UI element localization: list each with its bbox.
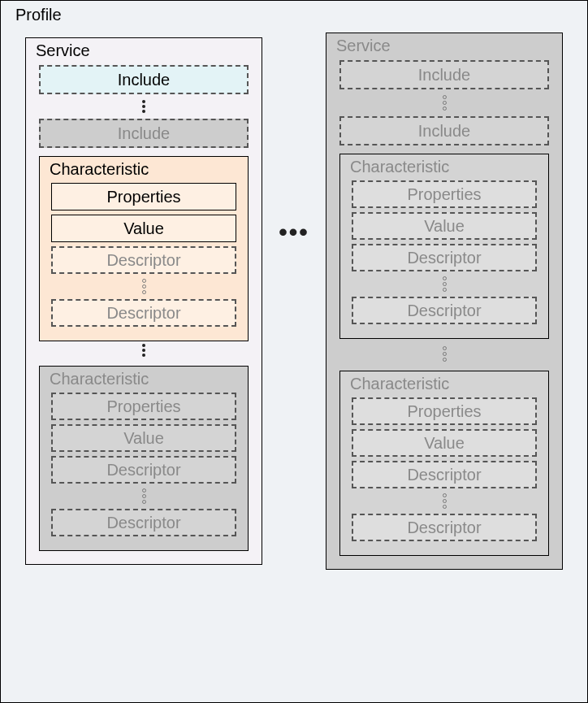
descriptor-box: Descriptor: [51, 246, 236, 274]
vertical-circles-icon: [339, 94, 549, 111]
characteristic-title: Characteristic: [50, 160, 236, 179]
characteristic-box-muted: Characteristic Properties Value Descript…: [339, 371, 549, 556]
vertical-dots-icon: [39, 99, 249, 114]
include-box-active: Include: [39, 65, 249, 94]
descriptor-box: Descriptor: [51, 299, 236, 327]
vertical-circles-icon: [51, 488, 236, 505]
value-box-muted: Value: [51, 424, 236, 452]
characteristic-box-muted: Characteristic Properties Value Descript…: [339, 154, 549, 339]
characteristic-box-muted: Characteristic Properties Value Descript…: [39, 366, 249, 551]
characteristic-title: Characteristic: [350, 375, 537, 393]
descriptor-box: Descriptor: [51, 456, 236, 484]
properties-box-muted: Properties: [352, 397, 537, 425]
vertical-circles-icon: [339, 345, 549, 362]
vertical-circles-icon: [352, 493, 537, 510]
properties-box-muted: Properties: [352, 180, 537, 208]
vertical-dots-icon: [39, 343, 249, 358]
service-column-left: Service Include Include Characteristic P…: [25, 37, 262, 565]
value-box-active: Value: [51, 215, 236, 242]
characteristic-title: Characteristic: [350, 158, 537, 176]
descriptor-box: Descriptor: [352, 297, 537, 324]
include-box-muted: Include: [39, 119, 249, 148]
service-column-right: Service Include Include Characteristic P…: [326, 33, 563, 570]
profile-container: Profile Service Include Include Characte…: [0, 0, 588, 703]
include-box-muted: Include: [339, 116, 549, 145]
value-box-muted: Value: [352, 429, 537, 457]
properties-box-active: Properties: [51, 183, 236, 210]
properties-box-muted: Properties: [51, 393, 236, 420]
columns-wrapper: Service Include Include Characteristic P…: [25, 33, 563, 570]
descriptor-box: Descriptor: [352, 461, 537, 488]
profile-title: Profile: [15, 6, 563, 24]
service-title: Service: [36, 41, 249, 60]
characteristic-title: Characteristic: [50, 370, 236, 388]
vertical-circles-icon: [352, 276, 537, 293]
service-box-left: Service Include Include Characteristic P…: [25, 37, 262, 565]
service-box-right: Service Include Include Characteristic P…: [326, 33, 563, 570]
descriptor-box: Descriptor: [51, 509, 236, 536]
value-box-muted: Value: [352, 212, 537, 240]
include-box-muted: Include: [339, 60, 549, 89]
characteristic-box-active: Characteristic Properties Value Descript…: [39, 156, 249, 341]
service-title: Service: [336, 37, 549, 55]
vertical-circles-icon: [51, 278, 236, 295]
horizontal-ellipsis-icon: •••: [262, 219, 326, 246]
descriptor-box: Descriptor: [352, 514, 537, 541]
descriptor-box: Descriptor: [352, 244, 537, 271]
